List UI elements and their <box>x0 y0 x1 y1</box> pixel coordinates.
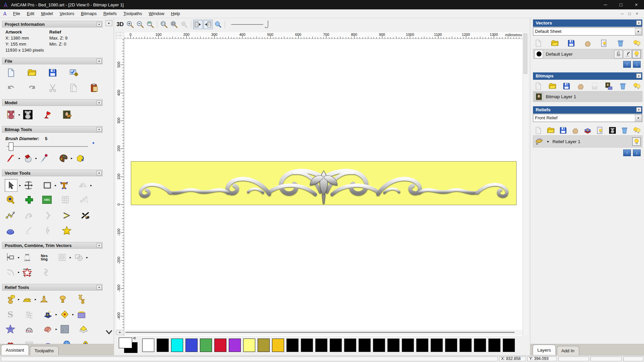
menu-reliefs[interactable]: Reliefs <box>100 10 120 17</box>
collapse-icon[interactable]: ▲ <box>636 107 641 112</box>
section-header-model[interactable]: Model ▲ <box>2 99 103 106</box>
palette-swatch[interactable] <box>272 339 284 352</box>
tab-assistant[interactable]: Assistant <box>1 345 29 355</box>
relief-visibility-icon[interactable] <box>595 126 605 135</box>
collapse-icon[interactable]: ▲ <box>97 127 102 132</box>
line-width-preview[interactable] <box>231 24 263 25</box>
collapse-icon[interactable]: ▲ <box>97 285 102 290</box>
dropdown-arrow-icon[interactable]: ▼ <box>635 28 642 35</box>
delete-relief-layer-icon[interactable] <box>620 126 629 135</box>
save-vectors-icon[interactable] <box>567 39 576 48</box>
relief-layers-icon[interactable] <box>78 323 89 335</box>
canvas-2d-view[interactable] <box>124 39 523 336</box>
mdi-restore-icon[interactable]: □ <box>626 11 633 16</box>
zoom-out-icon[interactable] <box>136 20 145 29</box>
zoom-to-selection-icon[interactable] <box>179 20 189 29</box>
palette-swatch[interactable] <box>200 339 212 352</box>
palette-swatch[interactable] <box>229 339 241 352</box>
gold-bar-icon[interactable] <box>21 294 33 305</box>
smooth-relief-icon[interactable] <box>59 309 70 320</box>
align-vectors-icon[interactable] <box>5 252 16 263</box>
relief-select[interactable]: Front Relief ▼ <box>533 114 642 122</box>
open-bitmap-icon[interactable] <box>548 81 557 91</box>
relief-layer-row[interactable]: + ► Relief Layer 1 <box>533 135 642 147</box>
palette-swatch[interactable] <box>344 339 356 352</box>
palette-swatch[interactable] <box>315 339 327 352</box>
text-on-curve-icon[interactable]: textcurve <box>21 252 33 263</box>
palette-swatch[interactable] <box>460 339 472 352</box>
vectors-section-header[interactable]: Vectors ▲ <box>533 19 642 27</box>
zoom-in-icon[interactable] <box>125 20 135 29</box>
merge-bitmap-icon[interactable] <box>576 81 585 91</box>
preview-relief-icon[interactable] <box>213 20 223 29</box>
interlock-vectors-icon[interactable] <box>40 266 52 278</box>
expand-layer-icon[interactable]: ► <box>547 140 550 143</box>
merge-layer-icon[interactable] <box>583 39 592 48</box>
nesting-icon[interactable]: Nes ting <box>40 254 49 261</box>
edit-model-image-icon[interactable] <box>61 109 72 120</box>
move-layer-down-icon[interactable]: ↓ <box>633 61 641 68</box>
toggle-vector-visibility-icon[interactable] <box>203 20 213 29</box>
weld-vectors-icon[interactable] <box>73 252 85 263</box>
palette-swatch[interactable] <box>431 339 443 352</box>
bitmap-layer-row[interactable]: Bitmap Layer 1 <box>533 91 642 102</box>
mdi-close-icon[interactable]: × <box>633 11 641 16</box>
palette-swatch[interactable] <box>402 339 414 352</box>
primary-colour-swatch[interactable] <box>119 338 132 348</box>
palette-swatch[interactable] <box>503 339 515 352</box>
palette-swatch[interactable] <box>214 339 226 352</box>
convert-text-to-vectors-icon[interactable]: ABC <box>42 196 52 204</box>
vertical-scrollbar[interactable] <box>523 32 528 336</box>
fit-arcs-icon[interactable] <box>42 225 54 236</box>
collapse-icon[interactable]: ▲ <box>97 243 102 248</box>
options-icon[interactable] <box>68 67 79 78</box>
zoom-to-box-icon[interactable] <box>159 20 169 29</box>
toggle-layer-visibility-icon[interactable] <box>599 39 609 48</box>
zoom-to-fit-icon[interactable] <box>169 20 179 29</box>
fillet-tool-icon[interactable] <box>5 266 16 278</box>
stack-reliefs-icon[interactable] <box>583 126 592 135</box>
tab-add-in[interactable]: Add In <box>557 346 579 356</box>
brush-slider-track[interactable] <box>7 146 88 147</box>
section-header-file[interactable]: File ▲ <box>2 58 103 64</box>
wrap-relief-icon[interactable] <box>42 323 54 335</box>
horizontal-scroll-left-button[interactable]: ► <box>116 330 124 335</box>
greyscale-layer-icon[interactable] <box>590 81 599 91</box>
show-all-reliefs-icon[interactable] <box>632 126 642 135</box>
envelope-distort-icon[interactable] <box>21 266 33 278</box>
paint-brush-icon[interactable] <box>5 153 17 164</box>
new-relief-layer-icon[interactable] <box>534 126 543 135</box>
new-bitmap-layer-icon[interactable] <box>534 81 543 91</box>
merge-relief-icon[interactable] <box>571 126 580 135</box>
relief-greyscale-icon[interactable] <box>608 126 617 135</box>
transform-vectors-icon[interactable] <box>23 180 34 191</box>
menu-toolpaths[interactable]: Toolpaths <box>120 10 146 17</box>
set-model-size-icon[interactable] <box>5 109 17 120</box>
collapse-icon[interactable]: ▲ <box>636 20 641 25</box>
relief-visible-bulb-icon[interactable] <box>632 137 641 146</box>
collapse-icon[interactable]: ▲ <box>97 59 102 63</box>
panel-scroll-down-icon[interactable] <box>105 328 113 337</box>
palette-swatch[interactable] <box>142 339 154 352</box>
vector-layer-row[interactable]: Default Layer <box>533 49 642 59</box>
relief-artwork-band[interactable] <box>131 161 517 205</box>
palette-icon[interactable] <box>58 153 69 164</box>
collapse-icon[interactable]: ▲ <box>636 73 641 78</box>
create-arc-icon[interactable] <box>42 210 54 221</box>
tab-toolpaths[interactable]: Toolpaths <box>30 346 59 356</box>
palette-swatch[interactable] <box>171 339 183 352</box>
palette-swatch[interactable] <box>387 339 399 352</box>
select-vectors-icon[interactable] <box>5 179 17 192</box>
paste-icon[interactable] <box>89 82 100 94</box>
section-header-project-information[interactable]: Project Information ▲ <box>2 21 103 27</box>
trim-vectors-icon[interactable] <box>80 210 91 221</box>
delete-layer-icon[interactable] <box>616 39 625 48</box>
move-layer-up-icon[interactable]: ↑ <box>623 61 631 68</box>
menu-edit[interactable]: Edit <box>23 10 38 17</box>
section-header-relief-tools[interactable]: Relief Tools ▲ <box>2 284 103 291</box>
relief-layer-thumbnail[interactable]: + <box>535 136 544 147</box>
show-all-bitmaps-icon[interactable] <box>632 81 642 91</box>
palette-swatch[interactable] <box>330 339 342 352</box>
measure-tool-icon[interactable] <box>5 194 16 205</box>
save-relief-icon[interactable] <box>558 126 568 135</box>
